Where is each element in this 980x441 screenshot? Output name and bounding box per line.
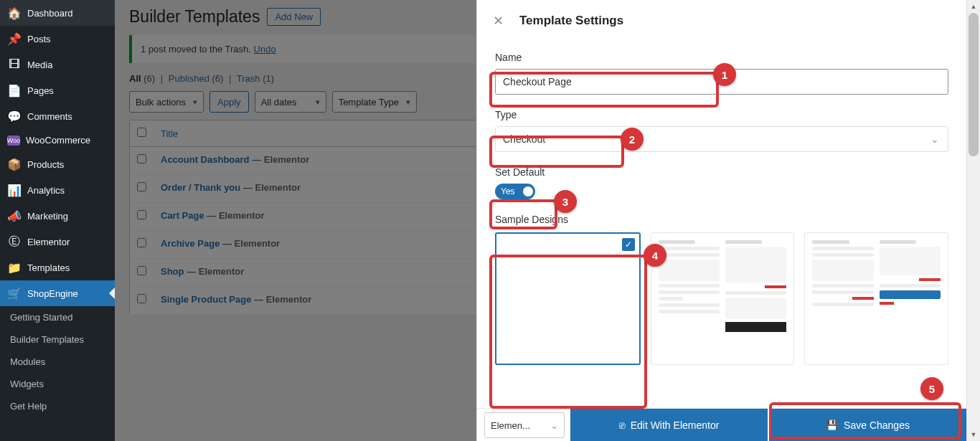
default-label: Set Default [495, 166, 948, 178]
sidebar-item-comments[interactable]: 💬Comments [0, 103, 115, 129]
marker-2: 2 [621, 128, 644, 151]
admin-sidebar: 🏠Dashboard 📌Posts 🎞Media 📄Pages 💬Comment… [0, 0, 115, 441]
save-changes-button[interactable]: 💾 Save Changes [769, 409, 966, 441]
sidebar-item-templates[interactable]: 📁Templates [0, 255, 115, 280]
marker-4: 4 [644, 244, 666, 267]
megaphone-icon: 📣 [7, 209, 22, 223]
elementor-edit-icon: ⎚ [619, 419, 625, 431]
type-label: Type [495, 109, 948, 120]
gauge-icon: 🏠 [7, 6, 22, 20]
check-icon: ✓ [622, 238, 635, 251]
design-card-3[interactable] [804, 232, 948, 365]
sidebar-sub-get-help[interactable]: Get Help [0, 395, 115, 417]
sidebar-item-products[interactable]: 📦Products [0, 151, 115, 177]
shopengine-icon: 🛒 [7, 286, 22, 300]
elementor-icon: Ⓔ [7, 234, 22, 249]
close-icon[interactable]: ✕ [493, 13, 504, 29]
design-card-2[interactable] [651, 232, 795, 365]
sidebar-item-media[interactable]: 🎞Media [0, 52, 115, 77]
scrollbar-thumb[interactable] [969, 13, 979, 156]
sidebar-item-dashboard[interactable]: 🏠Dashboard [0, 0, 115, 26]
sidebar-item-marketing[interactable]: 📣Marketing [0, 203, 115, 229]
save-icon: 💾 [826, 419, 838, 431]
templates-icon: 📁 [7, 260, 22, 275]
sample-designs-label: Sample Designs [495, 214, 948, 225]
marker-3: 3 [554, 190, 577, 213]
marker-1: 1 [713, 63, 736, 86]
panel-title: Template Settings [519, 14, 623, 28]
analytics-icon: 📊 [7, 183, 22, 197]
vertical-scrollbar[interactable]: ▲ ▼ [966, 0, 980, 441]
sidebar-item-pages[interactable]: 📄Pages [0, 77, 115, 103]
sidebar-sub-modules[interactable]: Modules [0, 351, 115, 373]
scroll-down-icon[interactable]: ▼ [967, 428, 980, 441]
sidebar-sub-getting-started[interactable]: Getting Started [0, 306, 115, 328]
type-select[interactable]: Checkout [495, 126, 948, 152]
product-icon: 📦 [7, 157, 22, 171]
media-icon: 🎞 [7, 57, 22, 72]
comment-icon: 💬 [7, 109, 22, 123]
design-card-blank[interactable]: ✓ [495, 232, 641, 365]
sidebar-item-analytics[interactable]: 📊Analytics [0, 177, 115, 203]
pin-icon: 📌 [7, 32, 22, 46]
toggle-knob [523, 186, 533, 196]
marker-5: 5 [920, 377, 943, 400]
sidebar-item-woocommerce[interactable]: WooWooCommerce [0, 129, 115, 151]
sidebar-item-elementor[interactable]: ⒺElementor [0, 229, 115, 255]
page-icon: 📄 [7, 83, 22, 98]
builder-select[interactable]: Elemen... [484, 412, 565, 438]
edit-with-elementor-button[interactable]: ⎚ Edit With Elementor [570, 409, 768, 441]
name-label: Name [495, 52, 948, 63]
sidebar-sub-builder-templates[interactable]: Builder Templates [0, 328, 115, 351]
woo-icon: Woo [7, 136, 20, 146]
sidebar-sub-widgets[interactable]: Widgets [0, 373, 115, 395]
scroll-up-icon[interactable]: ▲ [967, 0, 980, 13]
default-toggle[interactable]: Yes [495, 184, 535, 199]
sidebar-item-posts[interactable]: 📌Posts [0, 26, 115, 52]
sidebar-item-shopengine[interactable]: 🛒ShopEngine [0, 280, 115, 306]
